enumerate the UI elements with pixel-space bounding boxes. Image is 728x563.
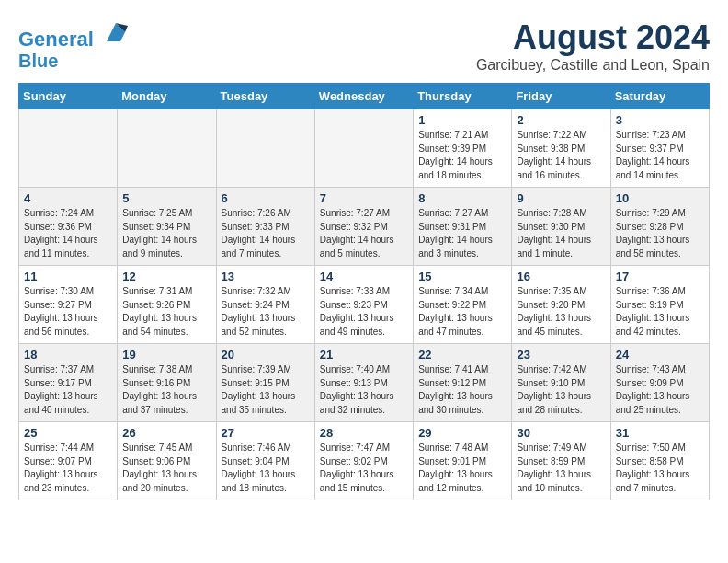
calendar-cell: 8Sunrise: 7:27 AM Sunset: 9:31 PM Daylig… bbox=[414, 188, 512, 266]
calendar-cell bbox=[118, 109, 216, 188]
day-info: Sunrise: 7:32 AM Sunset: 9:24 PM Dayligh… bbox=[222, 285, 310, 339]
day-info: Sunrise: 7:29 AM Sunset: 9:28 PM Dayligh… bbox=[616, 207, 704, 260]
calendar-table: SundayMondayTuesdayWednesdayThursdayFrid… bbox=[18, 83, 710, 500]
day-info: Sunrise: 7:21 AM Sunset: 9:39 PM Dayligh… bbox=[418, 129, 506, 182]
day-number: 21 bbox=[320, 348, 408, 362]
day-info: Sunrise: 7:49 AM Sunset: 8:59 PM Dayligh… bbox=[517, 442, 605, 495]
day-number: 2 bbox=[517, 113, 605, 127]
calendar-cell: 15Sunrise: 7:34 AM Sunset: 9:22 PM Dayli… bbox=[414, 266, 512, 344]
day-info: Sunrise: 7:28 AM Sunset: 9:30 PM Dayligh… bbox=[517, 207, 605, 260]
day-number: 28 bbox=[320, 426, 408, 440]
calendar-cell: 3Sunrise: 7:23 AM Sunset: 9:37 PM Daylig… bbox=[610, 109, 709, 188]
day-number: 13 bbox=[222, 270, 310, 283]
day-number: 15 bbox=[418, 270, 506, 283]
calendar-cell: 19Sunrise: 7:38 AM Sunset: 9:16 PM Dayli… bbox=[118, 344, 216, 422]
day-number: 1 bbox=[418, 113, 506, 127]
day-info: Sunrise: 7:40 AM Sunset: 9:13 PM Dayligh… bbox=[320, 363, 408, 417]
calendar-week-row: 18Sunrise: 7:37 AM Sunset: 9:17 PM Dayli… bbox=[19, 344, 710, 422]
day-info: Sunrise: 7:43 AM Sunset: 9:09 PM Dayligh… bbox=[616, 363, 704, 417]
day-info: Sunrise: 7:46 AM Sunset: 9:04 PM Dayligh… bbox=[222, 442, 310, 495]
calendar-cell: 1Sunrise: 7:21 AM Sunset: 9:39 PM Daylig… bbox=[414, 109, 512, 188]
day-info: Sunrise: 7:44 AM Sunset: 9:07 PM Dayligh… bbox=[24, 442, 112, 495]
logo-blue: Blue bbox=[18, 51, 130, 71]
day-info: Sunrise: 7:42 AM Sunset: 9:10 PM Dayligh… bbox=[517, 363, 605, 417]
weekday-header-sunday: Sunday bbox=[19, 84, 118, 109]
calendar-cell: 22Sunrise: 7:41 AM Sunset: 9:12 PM Dayli… bbox=[414, 344, 512, 422]
day-number: 22 bbox=[418, 348, 506, 362]
day-info: Sunrise: 7:22 AM Sunset: 9:38 PM Dayligh… bbox=[517, 129, 605, 182]
day-info: Sunrise: 7:23 AM Sunset: 9:37 PM Dayligh… bbox=[616, 129, 704, 182]
day-info: Sunrise: 7:47 AM Sunset: 9:02 PM Dayligh… bbox=[320, 442, 408, 495]
calendar-cell: 24Sunrise: 7:43 AM Sunset: 9:09 PM Dayli… bbox=[610, 344, 709, 422]
calendar-cell: 14Sunrise: 7:33 AM Sunset: 9:23 PM Dayli… bbox=[314, 266, 413, 344]
day-number: 25 bbox=[24, 426, 112, 440]
day-number: 23 bbox=[517, 348, 605, 362]
calendar-cell: 31Sunrise: 7:50 AM Sunset: 8:58 PM Dayli… bbox=[610, 422, 709, 500]
day-info: Sunrise: 7:39 AM Sunset: 9:15 PM Dayligh… bbox=[222, 363, 310, 417]
calendar-cell: 27Sunrise: 7:46 AM Sunset: 9:04 PM Dayli… bbox=[216, 422, 314, 500]
day-number: 20 bbox=[222, 348, 310, 362]
day-info: Sunrise: 7:26 AM Sunset: 9:33 PM Dayligh… bbox=[222, 207, 310, 260]
calendar-cell: 5Sunrise: 7:25 AM Sunset: 9:34 PM Daylig… bbox=[118, 188, 216, 266]
logo-icon bbox=[102, 18, 130, 46]
calendar-cell bbox=[19, 109, 118, 188]
calendar-cell bbox=[314, 109, 413, 188]
day-number: 10 bbox=[616, 191, 704, 205]
weekday-header-row: SundayMondayTuesdayWednesdayThursdayFrid… bbox=[19, 84, 710, 109]
calendar-cell: 20Sunrise: 7:39 AM Sunset: 9:15 PM Dayli… bbox=[216, 344, 314, 422]
day-number: 17 bbox=[616, 270, 704, 283]
weekday-header-friday: Friday bbox=[512, 84, 610, 109]
calendar-cell: 28Sunrise: 7:47 AM Sunset: 9:02 PM Dayli… bbox=[314, 422, 413, 500]
calendar-cell: 29Sunrise: 7:48 AM Sunset: 9:01 PM Dayli… bbox=[414, 422, 512, 500]
day-number: 19 bbox=[122, 348, 210, 362]
day-info: Sunrise: 7:31 AM Sunset: 9:26 PM Dayligh… bbox=[122, 285, 210, 339]
calendar-cell: 30Sunrise: 7:49 AM Sunset: 8:59 PM Dayli… bbox=[512, 422, 610, 500]
day-number: 7 bbox=[320, 191, 408, 205]
calendar-cell: 7Sunrise: 7:27 AM Sunset: 9:32 PM Daylig… bbox=[314, 188, 413, 266]
calendar-cell: 18Sunrise: 7:37 AM Sunset: 9:17 PM Dayli… bbox=[19, 344, 118, 422]
day-info: Sunrise: 7:34 AM Sunset: 9:22 PM Dayligh… bbox=[418, 285, 506, 339]
calendar-week-row: 11Sunrise: 7:30 AM Sunset: 9:27 PM Dayli… bbox=[19, 266, 710, 344]
day-number: 30 bbox=[517, 426, 605, 440]
day-number: 31 bbox=[616, 426, 704, 440]
day-number: 14 bbox=[320, 270, 408, 283]
day-info: Sunrise: 7:36 AM Sunset: 9:19 PM Dayligh… bbox=[616, 285, 704, 339]
logo: General Blue bbox=[18, 18, 130, 71]
day-info: Sunrise: 7:50 AM Sunset: 8:58 PM Dayligh… bbox=[616, 442, 704, 495]
day-info: Sunrise: 7:24 AM Sunset: 9:36 PM Dayligh… bbox=[24, 207, 112, 260]
day-number: 3 bbox=[616, 113, 704, 127]
calendar-cell: 4Sunrise: 7:24 AM Sunset: 9:36 PM Daylig… bbox=[19, 188, 118, 266]
weekday-header-tuesday: Tuesday bbox=[216, 84, 314, 109]
calendar-cell bbox=[216, 109, 314, 188]
weekday-header-saturday: Saturday bbox=[610, 84, 709, 109]
location-title: Garcibuey, Castille and Leon, Spain bbox=[476, 57, 710, 74]
calendar-cell: 10Sunrise: 7:29 AM Sunset: 9:28 PM Dayli… bbox=[610, 188, 709, 266]
day-number: 11 bbox=[24, 270, 112, 283]
day-info: Sunrise: 7:27 AM Sunset: 9:32 PM Dayligh… bbox=[320, 207, 408, 260]
day-number: 9 bbox=[517, 191, 605, 205]
day-info: Sunrise: 7:25 AM Sunset: 9:34 PM Dayligh… bbox=[122, 207, 210, 260]
day-info: Sunrise: 7:30 AM Sunset: 9:27 PM Dayligh… bbox=[24, 285, 112, 339]
calendar-cell: 17Sunrise: 7:36 AM Sunset: 9:19 PM Dayli… bbox=[610, 266, 709, 344]
day-info: Sunrise: 7:48 AM Sunset: 9:01 PM Dayligh… bbox=[418, 442, 506, 495]
day-info: Sunrise: 7:27 AM Sunset: 9:31 PM Dayligh… bbox=[418, 207, 506, 260]
day-info: Sunrise: 7:33 AM Sunset: 9:23 PM Dayligh… bbox=[320, 285, 408, 339]
day-info: Sunrise: 7:38 AM Sunset: 9:16 PM Dayligh… bbox=[122, 363, 210, 417]
calendar-cell: 6Sunrise: 7:26 AM Sunset: 9:33 PM Daylig… bbox=[216, 188, 314, 266]
month-title: August 2024 bbox=[476, 18, 710, 57]
calendar-week-row: 25Sunrise: 7:44 AM Sunset: 9:07 PM Dayli… bbox=[19, 422, 710, 500]
calendar-cell: 26Sunrise: 7:45 AM Sunset: 9:06 PM Dayli… bbox=[118, 422, 216, 500]
calendar-cell: 12Sunrise: 7:31 AM Sunset: 9:26 PM Dayli… bbox=[118, 266, 216, 344]
day-info: Sunrise: 7:37 AM Sunset: 9:17 PM Dayligh… bbox=[24, 363, 112, 417]
page-header: General Blue August 2024 Garcibuey, Cast… bbox=[18, 18, 710, 74]
day-number: 4 bbox=[24, 191, 112, 205]
calendar-cell: 13Sunrise: 7:32 AM Sunset: 9:24 PM Dayli… bbox=[216, 266, 314, 344]
calendar-week-row: 4Sunrise: 7:24 AM Sunset: 9:36 PM Daylig… bbox=[19, 188, 710, 266]
day-number: 6 bbox=[222, 191, 310, 205]
calendar-cell: 11Sunrise: 7:30 AM Sunset: 9:27 PM Dayli… bbox=[19, 266, 118, 344]
day-number: 5 bbox=[122, 191, 210, 205]
day-number: 18 bbox=[24, 348, 112, 362]
calendar-cell: 16Sunrise: 7:35 AM Sunset: 9:20 PM Dayli… bbox=[512, 266, 610, 344]
day-info: Sunrise: 7:41 AM Sunset: 9:12 PM Dayligh… bbox=[418, 363, 506, 417]
calendar-cell: 23Sunrise: 7:42 AM Sunset: 9:10 PM Dayli… bbox=[512, 344, 610, 422]
